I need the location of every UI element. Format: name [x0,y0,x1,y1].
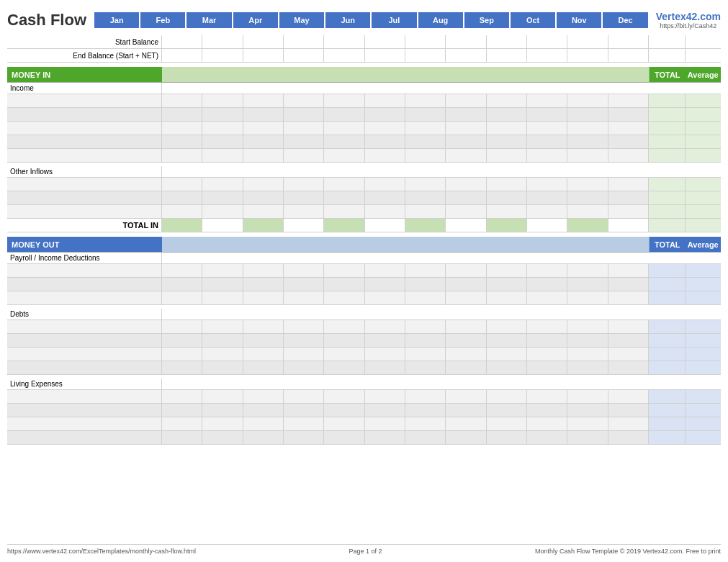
month-cell[interactable] [202,390,243,403]
month-cell[interactable] [527,108,567,121]
row-label[interactable] [7,404,162,417]
month-cell[interactable] [162,122,202,135]
month-cell[interactable] [487,348,527,361]
total-in-month-cell[interactable] [284,219,324,232]
row-label[interactable] [7,361,162,374]
month-cell[interactable] [487,404,527,417]
month-cell[interactable] [487,291,527,304]
month-cell[interactable] [608,417,649,430]
month-cell-0[interactable] [162,35,202,48]
month-cell-4[interactable] [324,35,364,48]
month-cell[interactable] [527,149,567,162]
month-cell[interactable] [405,320,446,333]
row-label[interactable] [7,320,162,333]
month-cell[interactable] [202,178,243,191]
month-cell[interactable] [405,191,446,204]
total-in-month-cell[interactable] [162,219,202,232]
month-cell[interactable] [446,417,486,430]
total-in-month-cell[interactable] [202,219,243,232]
month-btn-aug[interactable]: Aug [418,12,464,29]
month-cell[interactable] [567,122,608,135]
month-cell[interactable] [202,361,243,374]
month-cell[interactable] [567,417,608,430]
month-cell[interactable] [162,291,202,304]
month-cell[interactable] [405,264,446,277]
month-cell[interactable] [284,205,324,218]
month-cell[interactable] [162,431,202,444]
total-in-avg[interactable] [686,219,722,232]
month-cell[interactable] [284,417,324,430]
row-label[interactable] [7,191,162,204]
month-cell[interactable] [202,291,243,304]
month-cell[interactable] [202,278,243,291]
month-cell[interactable] [324,404,364,417]
month-cell[interactable] [446,404,486,417]
month-cell[interactable] [567,320,608,333]
month-cell[interactable] [243,291,284,304]
month-cell[interactable] [284,108,324,121]
month-cell[interactable] [567,94,608,107]
month-cell[interactable] [324,149,364,162]
month-cell[interactable] [243,122,284,135]
month-cell[interactable] [284,431,324,444]
month-cell-10[interactable] [567,49,608,62]
month-cell[interactable] [162,264,202,277]
total-in-month-cell[interactable] [487,219,527,232]
month-cell[interactable] [284,334,324,347]
row-label[interactable] [7,348,162,361]
month-cell[interactable] [365,94,405,107]
month-cell-2[interactable] [243,35,284,48]
month-cell[interactable] [284,122,324,135]
end-balance-total[interactable] [649,49,686,62]
month-cell[interactable] [365,149,405,162]
month-cell[interactable] [527,291,567,304]
month-cell[interactable] [487,108,527,121]
month-cell[interactable] [405,361,446,374]
month-cell[interactable] [527,348,567,361]
month-cell[interactable] [284,390,324,403]
month-cell[interactable] [365,320,405,333]
total-in-month-cell[interactable] [608,219,649,232]
month-cell[interactable] [527,320,567,333]
month-cell[interactable] [527,122,567,135]
month-cell[interactable] [405,135,446,148]
month-cell[interactable] [243,149,284,162]
month-cell[interactable] [324,135,364,148]
month-cell[interactable] [527,361,567,374]
month-cell[interactable] [243,361,284,374]
month-cell[interactable] [202,94,243,107]
month-btn-feb[interactable]: Feb [140,12,186,29]
month-cell[interactable] [202,205,243,218]
total-in-month-cell[interactable] [243,219,284,232]
month-cell[interactable] [162,205,202,218]
month-cell[interactable] [243,417,284,430]
month-cell[interactable] [284,348,324,361]
month-cell[interactable] [567,191,608,204]
month-cell[interactable] [162,178,202,191]
month-cell[interactable] [608,264,649,277]
month-cell[interactable] [567,390,608,403]
month-cell[interactable] [324,431,364,444]
month-cell[interactable] [487,264,527,277]
month-cell[interactable] [608,149,649,162]
month-cell[interactable] [567,348,608,361]
month-cell[interactable] [487,205,527,218]
month-cell[interactable] [243,348,284,361]
month-cell[interactable] [284,264,324,277]
month-cell-10[interactable] [567,35,608,48]
month-cell-2[interactable] [243,49,284,62]
month-cell[interactable] [324,334,364,347]
total-in-month-cell[interactable] [365,219,405,232]
month-cell[interactable] [365,264,405,277]
month-cell[interactable] [202,122,243,135]
month-cell[interactable] [527,390,567,403]
month-cell[interactable] [162,149,202,162]
month-cell[interactable] [527,135,567,148]
month-cell[interactable] [324,94,364,107]
month-cell[interactable] [487,191,527,204]
month-cell[interactable] [487,135,527,148]
month-cell[interactable] [284,291,324,304]
total-in-month-cell[interactable] [405,219,446,232]
month-cell[interactable] [608,291,649,304]
month-cell[interactable] [243,178,284,191]
